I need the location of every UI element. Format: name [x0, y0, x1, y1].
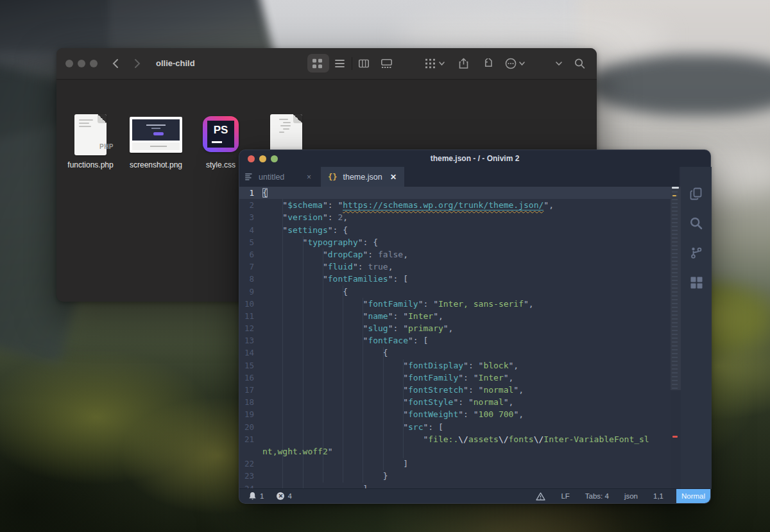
cursor-position-indicator[interactable]: 1,1	[653, 492, 663, 500]
line-ending-indicator[interactable]: LF	[561, 492, 569, 500]
extensions-icon[interactable]	[690, 276, 703, 289]
line-number: 11	[239, 310, 262, 322]
file-label: functions.php	[58, 160, 123, 169]
code-lines: 1{2 "$schema": "https://schemas.wp.org/t…	[239, 187, 671, 489]
chevron-down-icon[interactable]	[519, 62, 525, 65]
search-icon[interactable]	[690, 217, 703, 230]
code-text: {	[262, 347, 388, 359]
code-line: 6 "dropCap": false,	[239, 248, 671, 261]
code-text: "slug": "primary",	[262, 322, 453, 334]
grid-view-icon[interactable]	[312, 59, 322, 69]
back-chevron-icon[interactable]	[112, 58, 119, 69]
phpstorm-icon: PS	[203, 116, 239, 152]
code-line: 10 "fontFamily": "Inter, sans-serif",	[239, 298, 671, 310]
editor-window-title: theme.json - / - Onivim 2	[239, 150, 710, 167]
code-text: }	[262, 470, 388, 482]
code-text: "$schema": "https://schemas.wp.org/trunk…	[262, 199, 554, 211]
tab-theme-json[interactable]: {} theme.json ✕	[321, 167, 404, 187]
language-indicator[interactable]: json	[624, 492, 638, 500]
php-document-icon: PHP	[74, 114, 107, 155]
code-text: "fontFamily": "Inter",	[262, 372, 513, 384]
code-line: 4 "settings": {	[239, 224, 671, 236]
notifications-bell-icon[interactable]: 1	[248, 492, 264, 501]
line-number: 16	[239, 372, 262, 384]
group-icon[interactable]	[425, 59, 436, 69]
tab-close-icon[interactable]: ×	[304, 173, 314, 182]
line-number: 14	[239, 347, 262, 359]
code-line: 5 "typography": {	[239, 236, 671, 248]
line-number: 19	[239, 408, 262, 420]
more-icon[interactable]	[505, 58, 517, 69]
braces-icon: {}	[328, 173, 337, 182]
image-thumbnail-icon	[130, 117, 182, 153]
list-view-icon[interactable]	[335, 60, 345, 68]
search-icon[interactable]	[574, 58, 585, 69]
file-functions-php[interactable]: PHP functions.php	[58, 114, 123, 169]
notification-count: 1	[260, 492, 264, 500]
code-line: 20 "src": [	[239, 421, 671, 433]
chevron-down-icon[interactable]	[439, 62, 445, 65]
line-number: 6	[239, 248, 262, 261]
gallery-view-icon[interactable]	[381, 59, 392, 68]
minimap-error-mark	[672, 436, 678, 438]
code-line: 11 "name": "Inter",	[239, 310, 671, 322]
code-line: 9 {	[239, 286, 671, 298]
code-text: "fontWeight": "100 700",	[262, 408, 524, 420]
line-number: 2	[239, 199, 262, 211]
code-line: 23 }	[239, 470, 671, 482]
minimap-scrollbar[interactable]	[671, 187, 681, 489]
line-number: 8	[239, 273, 262, 285]
code-line: 16 "fontFamily": "Inter",	[239, 372, 671, 384]
php-badge: PHP	[90, 143, 123, 150]
share-icon[interactable]	[459, 58, 468, 69]
minimize-button[interactable]	[259, 155, 266, 162]
line-number: 23	[239, 470, 262, 482]
git-branch-icon[interactable]	[690, 246, 703, 259]
phpstorm-badge: PS	[207, 124, 234, 137]
line-number: 3	[239, 211, 262, 223]
code-text: "file:.\/assets\/fonts\/Inter-VariableFo…	[262, 433, 649, 445]
line-number: 9	[239, 286, 262, 298]
wallpaper-dark-trees	[590, 55, 770, 116]
code-line: 22 ]	[239, 458, 671, 470]
tab-untitled[interactable]: untitled ×	[239, 167, 319, 187]
code-text: "fontFace": [	[262, 334, 428, 347]
code-line: 15 "fontDisplay": "block",	[239, 359, 671, 372]
tab-label: theme.json	[343, 173, 382, 182]
copy-files-icon[interactable]	[690, 187, 703, 200]
line-number: 15	[239, 359, 262, 372]
close-button[interactable]	[65, 60, 73, 67]
close-button[interactable]	[248, 155, 255, 162]
forward-chevron-icon[interactable]	[133, 58, 141, 69]
line-number	[239, 445, 262, 458]
code-editor-area[interactable]: 1{2 "$schema": "https://schemas.wp.org/t…	[239, 187, 671, 489]
tab-close-icon[interactable]: ✕	[388, 173, 399, 182]
code-text: {	[262, 286, 348, 298]
code-line: 14 {	[239, 347, 671, 359]
code-text: "src": [	[262, 421, 443, 433]
error-circle-icon: ✕	[277, 492, 284, 500]
activity-bar	[681, 167, 712, 489]
code-line: 19 "fontWeight": "100 700",	[239, 408, 671, 420]
warning-triangle-icon[interactable]	[536, 492, 545, 501]
tag-icon[interactable]	[483, 58, 493, 69]
zoom-button[interactable]	[271, 155, 278, 162]
vim-mode-badge[interactable]: Normal	[676, 489, 710, 503]
code-line: 13 "fontFace": [	[239, 334, 671, 347]
columns-view-icon[interactable]	[359, 60, 369, 68]
errors-indicator[interactable]: ✕ 4	[277, 492, 291, 500]
file-screenshot-png[interactable]: screenshot.png	[124, 114, 188, 169]
tab-size-indicator[interactable]: Tabs: 4	[585, 492, 609, 500]
code-text: "fontFamilies": [	[262, 273, 408, 285]
code-line: 2 "$schema": "https://schemas.wp.org/tru…	[239, 199, 671, 211]
file-label: screenshot.png	[124, 160, 188, 169]
minimize-button[interactable]	[78, 60, 85, 67]
editor-tab-bar: untitled × {} theme.json ✕	[239, 167, 680, 187]
code-text: {	[262, 187, 268, 199]
zoom-button[interactable]	[90, 60, 98, 67]
code-text: "version": 2,	[262, 211, 348, 223]
code-text: "settings": {	[262, 224, 348, 236]
tab-label: untitled	[259, 173, 284, 182]
onivim-editor-window: theme.json - / - Onivim 2 untitled × {} …	[239, 150, 711, 504]
chevron-down-icon[interactable]	[556, 62, 562, 66]
